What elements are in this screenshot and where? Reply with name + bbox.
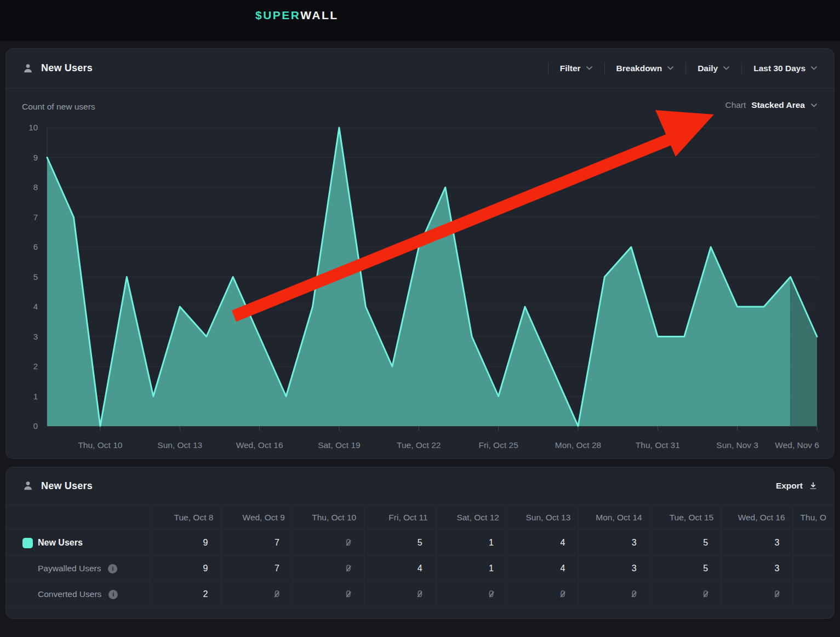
y-axis-tick-label: 4: [33, 302, 38, 311]
table-corner-cell: [6, 505, 150, 530]
table-value: 5: [418, 538, 422, 548]
table-cell: 0: [650, 582, 721, 607]
table-value-zero: 0: [275, 589, 279, 599]
download-icon: [809, 481, 818, 490]
y-axis-tick-label: 9: [33, 153, 38, 162]
y-axis-tick-label: 8: [33, 182, 38, 192]
logo-text-primary: $UPER: [255, 9, 300, 21]
x-axis-tick-label: Sat, Oct 19: [318, 440, 361, 450]
y-axis-tick-label: 2: [33, 361, 38, 371]
table-value: 3: [775, 538, 780, 548]
table-row-label-converted-users: Converted Usersi: [6, 582, 150, 607]
y-axis-tick-label: 6: [33, 242, 38, 251]
table-cell: [793, 582, 834, 607]
table-cell: 5: [650, 556, 721, 582]
table-cell: 4: [507, 530, 578, 556]
table-col-header-wed-oct-16: Wed, Oct 16: [721, 505, 792, 530]
top-nav-bar: $UPERWALL: [0, 0, 840, 41]
table-cell: 7: [221, 530, 292, 556]
x-axis-tick-label: Sun, Nov 3: [716, 440, 758, 450]
table-row-label-paywalled-users: Paywalled Usersi: [6, 556, 150, 582]
table-cell: 0: [578, 582, 649, 607]
table-value-zero: 0: [560, 589, 565, 599]
table-value: 3: [775, 564, 780, 573]
table-col-header-fri-oct-11: Fri, Oct 11: [364, 505, 435, 530]
row-label-text: Converted Users: [38, 589, 101, 599]
table-cell: [793, 556, 834, 582]
table-cell: 0: [293, 556, 364, 582]
area-fill-incomplete: [791, 277, 817, 427]
table-value-zero: 0: [703, 589, 708, 599]
table-cell: 4: [507, 556, 578, 582]
y-axis-tick-label: 0: [33, 421, 38, 431]
x-axis-tick-label: Tue, Oct 22: [397, 440, 441, 450]
x-axis-tick-label: Wed, Nov 6: [775, 440, 819, 450]
y-axis-tick-label: 10: [28, 123, 38, 132]
table-cell: 5: [650, 530, 721, 556]
row-label-text: New Users: [38, 538, 83, 548]
table-cell: 5: [364, 530, 435, 556]
y-axis-tick-label: 1: [33, 392, 38, 401]
table-value-zero: 0: [346, 538, 351, 548]
superwall-logo[interactable]: $UPERWALL: [255, 9, 339, 22]
table-panel-header: New Users Export: [6, 467, 834, 504]
table-cell: 0: [293, 582, 364, 607]
table-cell: 9: [150, 556, 221, 582]
table-cell: 0: [364, 582, 435, 607]
export-button[interactable]: Export: [776, 481, 818, 491]
new-users-table: Tue, Oct 8Wed, Oct 9Thu, Oct 10Fri, Oct …: [6, 504, 834, 607]
table-value: 4: [560, 564, 565, 573]
table-value: 3: [632, 564, 637, 573]
series-color-swatch: [22, 538, 33, 548]
table-col-header-thu-oct-10: Thu, Oct 10: [293, 505, 364, 530]
table-cell: 7: [221, 556, 292, 582]
table-panel-title: New Users: [41, 480, 93, 492]
table-value: 5: [703, 564, 708, 573]
person-icon: [22, 480, 33, 491]
table-value: 2: [203, 589, 208, 599]
table-col-header-sun-oct-13: Sun, Oct 13: [507, 505, 578, 530]
y-axis-tick-label: 3: [33, 332, 38, 341]
table-cell: 0: [293, 530, 364, 556]
table-value: 5: [703, 538, 708, 548]
table-value: 7: [275, 538, 279, 548]
table-cell: 3: [721, 530, 792, 556]
table-cell: 0: [221, 582, 292, 607]
table-value: 1: [489, 564, 494, 573]
x-axis-tick-label: Fri, Oct 25: [478, 440, 518, 450]
table-col-header-thu-o: Thu, O: [793, 505, 834, 530]
x-axis-tick-label: Thu, Oct 31: [636, 440, 680, 450]
x-axis-tick-label: Sun, Oct 13: [157, 440, 202, 450]
logo-text-secondary: WALL: [300, 9, 338, 21]
info-icon[interactable]: i: [108, 564, 117, 573]
table-cell: 1: [436, 530, 507, 556]
table-cell: 4: [364, 556, 435, 582]
table-cell: 0: [507, 582, 578, 607]
table-value: 9: [203, 564, 208, 573]
table-cell: 3: [578, 556, 649, 582]
table-col-header-wed-oct-9: Wed, Oct 9: [221, 505, 292, 530]
table-col-header-sat-oct-12: Sat, Oct 12: [436, 505, 507, 530]
table-value: 3: [632, 538, 637, 548]
table-cell: 0: [721, 582, 792, 607]
table-row-label-new-users: New Users: [6, 530, 150, 556]
table-col-header-mon-oct-14: Mon, Oct 14: [578, 505, 649, 530]
y-axis-tick-label: 5: [33, 272, 38, 282]
table-value: 9: [203, 538, 208, 548]
table-cell: 2: [150, 582, 221, 607]
y-axis-tick-label: 7: [33, 213, 38, 222]
info-icon[interactable]: i: [108, 590, 118, 599]
stacked-area-chart[interactable]: 012345678910Thu, Oct 10Sun, Oct 13Wed, O…: [6, 49, 834, 458]
row-label-text: Paywalled Users: [38, 564, 101, 573]
table-value-zero: 0: [346, 564, 351, 573]
table-cell: [793, 530, 834, 556]
table-cell: 1: [436, 556, 507, 582]
table-value: 4: [560, 538, 565, 548]
table-value: 1: [489, 538, 494, 548]
table-col-header-tue-oct-8: Tue, Oct 8: [150, 505, 221, 530]
table-cell: 3: [578, 530, 649, 556]
table-value-zero: 0: [418, 589, 422, 599]
x-axis-tick-label: Wed, Oct 16: [236, 440, 283, 450]
table-value: 7: [275, 564, 279, 573]
x-axis-tick-label: Thu, Oct 10: [78, 440, 122, 450]
